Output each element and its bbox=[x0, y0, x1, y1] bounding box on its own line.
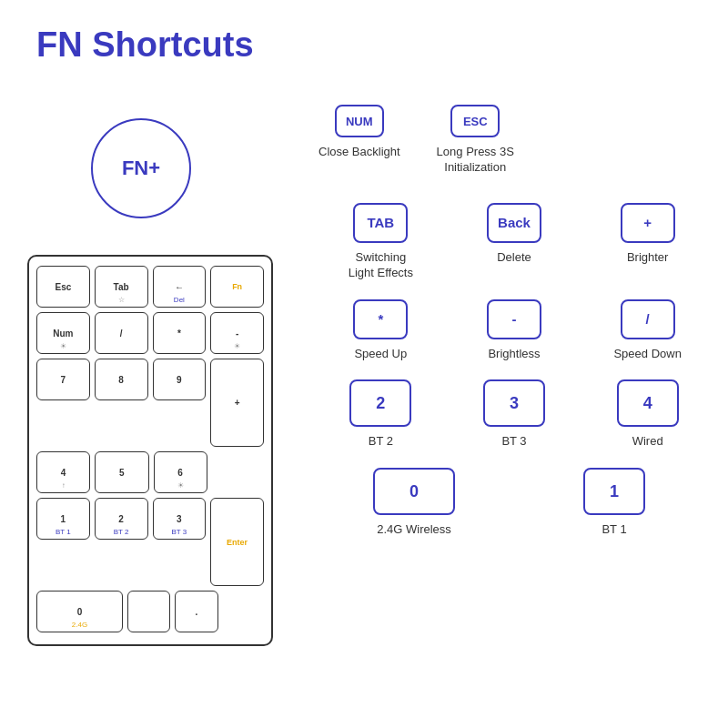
kb-key-num: Num ☀ bbox=[36, 312, 90, 354]
shortcut-key-3: 3 bbox=[483, 379, 545, 427]
keyboard-row-2: Num ☀ / * - ☀ bbox=[36, 312, 264, 354]
kb-key-divide: / bbox=[95, 312, 148, 354]
top-shortcuts-row: NUM Close Backlight ESC Long Press 3SIni… bbox=[318, 105, 710, 176]
kb-key-1: 1 BT 1 bbox=[36, 498, 90, 540]
kb-key-backspace: ← Del bbox=[153, 266, 207, 308]
shortcut-label-slash: Speed Down bbox=[613, 347, 681, 362]
shortcut-label-2: BT 2 bbox=[369, 434, 393, 450]
keyboard-row-1: Esc Tab ☆ ← Del Fn bbox=[36, 266, 264, 308]
kb-key-multiply: * bbox=[153, 312, 207, 354]
shortcut-key-star: * bbox=[353, 299, 408, 339]
shortcut-key-0: 0 bbox=[373, 468, 455, 515]
keyboard-row-3: 7 8 9 + bbox=[36, 359, 264, 447]
shortcut-label-4: Wired bbox=[632, 434, 663, 450]
shortcut-key-slash: / bbox=[621, 299, 675, 339]
kb-key-8: 8 bbox=[95, 359, 148, 400]
shortcut-key-2: 2 bbox=[349, 379, 411, 427]
kb-key-minus: - ☀ bbox=[210, 312, 264, 354]
shortcut-label-num: Close Backlight bbox=[318, 145, 400, 160]
shortcut-2: 2 BT 2 bbox=[318, 379, 443, 450]
shortcut-key-back: Back bbox=[487, 203, 541, 243]
kb-key-4: 4 ↑ bbox=[36, 451, 90, 493]
shortcut-minus: - Brightless bbox=[452, 299, 577, 362]
shortcut-key-tab: TAB bbox=[353, 203, 408, 243]
shortcut-label-back: Delete bbox=[497, 250, 531, 266]
shortcut-label-star: Speed Up bbox=[354, 347, 407, 362]
kb-key-9: 9 bbox=[153, 359, 207, 400]
shortcut-label-3: BT 3 bbox=[501, 434, 526, 450]
shortcut-grid: TAB SwitchingLight Effects Back Delete +… bbox=[318, 203, 710, 450]
shortcut-key-esc: ESC bbox=[450, 105, 500, 137]
kb-key-enter: Enter bbox=[210, 498, 264, 586]
shortcut-key-num: NUM bbox=[335, 105, 384, 137]
shortcut-star: * Speed Up bbox=[318, 299, 443, 362]
shortcut-label-minus: Brightless bbox=[488, 347, 540, 362]
kb-key-esc: Esc bbox=[36, 266, 90, 308]
page-title: FN Shortcuts bbox=[36, 25, 254, 65]
shortcut-key-minus: - bbox=[487, 299, 541, 339]
shortcut-0: 0 2.4G Wireless bbox=[318, 468, 510, 538]
kb-key-fn: Fn bbox=[210, 266, 264, 308]
fn-circle-label: FN+ bbox=[122, 157, 160, 180]
kb-key-7: 7 bbox=[36, 359, 90, 400]
kb-key-5: 5 bbox=[95, 451, 148, 493]
kb-key-plus: + bbox=[210, 359, 264, 447]
keyboard-row-4: 4 ↑ 5 6 ☀ bbox=[36, 451, 264, 493]
shortcut-label-0: 2.4G Wireless bbox=[377, 522, 451, 538]
keyboard-row-5: 1 BT 1 2 BT 2 3 BT 3 Enter bbox=[36, 498, 264, 586]
shortcuts-panel: NUM Close Backlight ESC Long Press 3SIni… bbox=[318, 105, 710, 538]
bottom-shortcuts: 0 2.4G Wireless 1 BT 1 bbox=[318, 468, 710, 538]
shortcut-label-tab: SwitchingLight Effects bbox=[349, 250, 413, 281]
shortcut-num: NUM Close Backlight bbox=[318, 105, 400, 176]
shortcut-key-1: 1 bbox=[583, 468, 645, 515]
shortcut-esc: ESC Long Press 3SInitialization bbox=[437, 105, 514, 176]
keyboard-illustration: Esc Tab ☆ ← Del Fn Num ☀ / * - ☀ bbox=[27, 255, 273, 646]
shortcut-1: 1 BT 1 bbox=[519, 468, 710, 538]
kb-key-dot: . bbox=[175, 591, 217, 632]
keyboard-row-6: 0 2.4G . bbox=[36, 591, 264, 632]
shortcut-plus: + Brighter bbox=[585, 203, 710, 281]
shortcut-key-plus: + bbox=[621, 203, 675, 243]
shortcut-back: Back Delete bbox=[452, 203, 577, 281]
kb-key-tab: Tab ☆ bbox=[95, 266, 148, 308]
kb-key-3: 3 BT 3 bbox=[153, 498, 207, 540]
shortcut-label-1: BT 1 bbox=[602, 522, 626, 538]
kb-key-6: 6 ☀ bbox=[154, 451, 207, 493]
shortcut-label-esc: Long Press 3SInitialization bbox=[437, 145, 514, 176]
shortcut-4: 4 Wired bbox=[585, 379, 710, 450]
fn-circle: FN+ bbox=[91, 118, 191, 218]
shortcut-label-plus: Brighter bbox=[627, 250, 669, 266]
shortcut-tab: TAB SwitchingLight Effects bbox=[318, 203, 443, 281]
shortcut-slash: / Speed Down bbox=[585, 299, 710, 362]
kb-key-0: 0 2.4G bbox=[36, 591, 123, 632]
kb-key-2: 2 BT 2 bbox=[95, 498, 148, 540]
shortcut-key-4: 4 bbox=[617, 379, 679, 427]
kb-key-blank bbox=[127, 591, 170, 632]
shortcut-3: 3 BT 3 bbox=[452, 379, 577, 450]
